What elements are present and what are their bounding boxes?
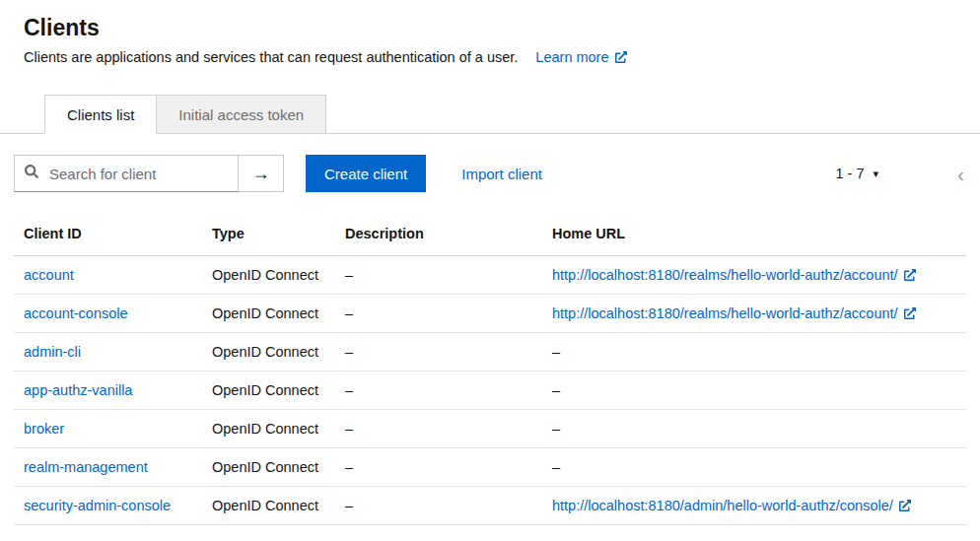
external-link-icon [904,305,916,321]
caret-down-icon: ▾ [873,168,878,180]
table-row: realm-management OpenID Connect – – [14,448,966,487]
search-icon [25,165,38,182]
external-link-icon [615,47,627,67]
client-id-link[interactable]: broker [24,421,64,437]
column-header-description: Description [345,212,552,256]
client-id-link[interactable]: realm-management [24,459,148,475]
table-row: broker OpenID Connect – – [14,410,966,448]
client-type-cell: OpenID Connect [212,448,345,487]
client-id-link[interactable]: account [24,267,74,283]
table-row: admin-cli OpenID Connect – – [14,333,966,372]
learn-more-link[interactable]: Learn more [535,49,626,65]
client-type-cell: OpenID Connect [212,372,345,410]
client-type-cell: OpenID Connect [212,410,345,448]
search-input[interactable] [47,165,228,183]
client-id-link[interactable]: account-console [24,305,128,321]
import-client-link[interactable]: Import client [461,166,542,182]
home-url-cell: – [552,372,966,410]
client-type-cell: OpenID Connect [212,333,345,372]
client-id-link[interactable]: security-admin-console [24,498,171,513]
clients-table: Client ID Type Description Home URL acco… [14,212,966,525]
client-id-link[interactable]: app-authz-vanilla [24,382,132,398]
pagination-toggle[interactable]: 1 - 7 ▾ [827,160,886,187]
home-url-text: http://localhost:8180/realms/hello-world… [552,305,898,321]
table-header-row: Client ID Type Description Home URL [14,212,966,256]
home-url-text: http://localhost:8180/realms/hello-world… [552,267,898,283]
tab-initial-access-token[interactable]: Initial access token [157,95,326,134]
column-header-home-url: Home URL [552,212,966,256]
tab-clients-list-label: Clients list [67,106,134,123]
home-url-link[interactable]: http://localhost:8180/realms/hello-world… [552,305,916,321]
pagination-range: 1 - 7 [835,166,864,181]
chevron-left-icon: ‹ [957,163,964,185]
table-row: security-admin-console OpenID Connect – … [14,487,966,525]
client-description-cell: – [345,372,552,410]
external-link-icon [904,267,916,283]
pagination: 1 - 7 ▾ ‹ [827,160,974,187]
home-url-link[interactable]: http://localhost:8180/admin/hello-world-… [552,498,911,513]
client-description-cell: – [345,410,552,448]
home-url-cell: – [552,410,966,448]
client-description-cell: – [345,448,552,487]
home-url-link[interactable]: http://localhost:8180/realms/hello-world… [552,267,916,283]
client-description-cell: – [345,256,552,295]
tab-initial-access-token-label: Initial access token [178,106,304,123]
tab-clients-list[interactable]: Clients list [44,95,157,134]
page-description: Clients are applications and services th… [24,49,518,65]
table-row: account OpenID Connect – http://localhos… [14,256,966,295]
home-url-cell: – [552,448,966,487]
page-description-row: Clients are applications and services th… [24,47,956,67]
external-link-icon [899,498,911,513]
arrow-right-icon: → [252,164,270,183]
column-header-client-id: Client ID [14,212,212,256]
create-client-button[interactable]: Create client [306,155,426,192]
tabs: Clients list Initial access token [0,95,980,134]
search-group: → [14,155,284,192]
search-box [14,155,239,192]
client-type-cell: OpenID Connect [212,295,345,333]
client-description-cell: – [345,333,552,372]
search-submit-button[interactable]: → [239,155,284,192]
home-url-cell: – [552,333,966,372]
client-type-cell: OpenID Connect [212,487,345,525]
client-type-cell: OpenID Connect [212,256,345,295]
table-row: account-console OpenID Connect – http://… [14,295,966,333]
home-url-text: http://localhost:8180/admin/hello-world-… [552,498,893,513]
client-id-link[interactable]: admin-cli [24,344,81,360]
toolbar: → Create client Import client 1 - 7 ▾ ‹ [0,134,980,212]
learn-more-label: Learn more [535,49,608,65]
client-description-cell: – [345,487,552,525]
page-title: Clients [24,14,980,41]
column-header-type: Type [212,212,345,256]
table-row: app-authz-vanilla OpenID Connect – – [14,372,966,410]
client-description-cell: – [345,295,552,333]
prev-page-button[interactable]: ‹ [947,164,974,184]
